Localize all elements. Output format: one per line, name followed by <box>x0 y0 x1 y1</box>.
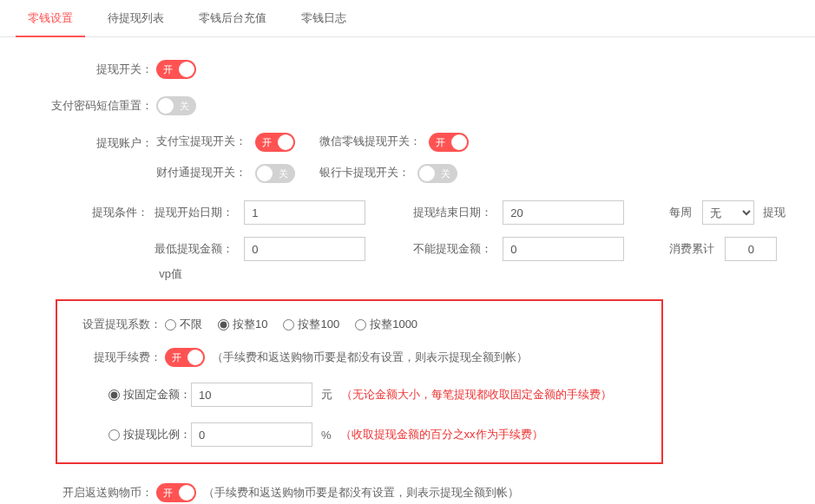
redbox: 设置提现系数： 不限 按整10 按整100 按整1000 提现手续费： 开 （手… <box>56 299 663 464</box>
toggle-knob <box>451 134 467 150</box>
label-withdraw-account: 提现账户： <box>17 133 156 151</box>
input-end-date[interactable] <box>503 200 624 225</box>
radio-label: 按提现比例： <box>123 427 191 442</box>
label-consume-sum: 消费累计 <box>669 241 714 257</box>
accounts-line2: 财付通提现开关： 关 银行卡提现开关： 关 <box>156 164 469 183</box>
tabs: 零钱设置 待提现列表 零钱后台充值 零钱日志 <box>0 0 815 37</box>
toggle-knob <box>158 98 174 114</box>
cond-line2: 最低提现金额： 不能提现金额： 消费累计 vp值 <box>152 237 798 282</box>
accounts-line1: 支付宝提现开关： 开 微信零钱提现开关： 开 <box>156 133 469 152</box>
radio-input[interactable] <box>165 319 176 331</box>
radio-input[interactable] <box>108 389 120 401</box>
row-coeff: 设置提现系数： 不限 按整10 按整100 按整1000 <box>69 317 649 332</box>
input-fee-fixed[interactable] <box>191 383 312 407</box>
toggle-knob <box>187 350 203 365</box>
toggle-wxwallet[interactable]: 开 <box>429 133 469 152</box>
toggle-text: 开 <box>163 60 173 79</box>
select-weekly[interactable]: 无 <box>702 200 754 225</box>
unit-fee-ratio: % <box>321 429 332 442</box>
label-end-date: 提现结束日期： <box>411 205 497 220</box>
toggle-text: 开 <box>262 133 272 152</box>
toggle-bankcard[interactable]: 关 <box>417 164 457 183</box>
row-fee-ratio: 按提现比例： % （收取提现金额的百分之xx作为手续费） <box>94 422 649 447</box>
toggle-paypwd-sms-reset[interactable]: 关 <box>156 96 196 115</box>
radio-input[interactable] <box>283 319 294 331</box>
acct-wxwallet: 微信零钱提现开关： 开 <box>319 133 470 152</box>
radio-fee-fixed[interactable]: 按固定金额： <box>94 387 191 403</box>
toggle-knob <box>257 166 273 181</box>
row-paypwd-sms-reset: 支付密码短信重置： 关 <box>17 96 798 115</box>
radio-coeff-10[interactable]: 按整10 <box>218 317 267 332</box>
unit-fee-fixed: 元 <box>321 387 332 403</box>
accounts-block: 支付宝提现开关： 开 微信零钱提现开关： 开 财付通提现开关： 关 银行卡提现开… <box>156 133 469 183</box>
label-coeff: 设置提现系数： <box>69 317 165 332</box>
toggle-knob <box>179 62 194 77</box>
toggle-withdraw-switch[interactable]: 开 <box>156 60 196 79</box>
cond-line1: 提现开始日期： 提现结束日期： 每周 无 提现 <box>152 200 798 225</box>
note-fee-fixed: （无论金额大小，每笔提现都收取固定金额的手续费） <box>341 387 612 403</box>
input-min-amount[interactable] <box>244 237 365 261</box>
radio-coeff-unlimited[interactable]: 不限 <box>165 317 202 332</box>
label-vp: vp值 <box>159 266 182 282</box>
toggle-alipay[interactable]: 开 <box>255 133 295 152</box>
label-weekly-suffix: 提现 <box>763 205 785 220</box>
radio-label: 按固定金额： <box>123 387 191 403</box>
radio-input[interactable] <box>218 319 229 331</box>
row-withdraw-account: 提现账户： 支付宝提现开关： 开 微信零钱提现开关： 开 财付通提现开关： 关 … <box>17 133 798 183</box>
row-withdraw-cond: 提现条件： 提现开始日期： 提现结束日期： 每周 无 提现 最低提现金额： 不能… <box>17 200 798 282</box>
toggle-text: 开 <box>436 133 445 152</box>
toggle-text: 关 <box>441 164 450 183</box>
label-paypwd-sms-reset: 支付密码短信重置： <box>17 98 156 114</box>
toggle-tenpay[interactable]: 关 <box>255 164 295 183</box>
input-fee-ratio[interactable] <box>191 422 312 447</box>
acct-alipay: 支付宝提现开关： 开 <box>156 133 295 152</box>
radio-coeff-1000[interactable]: 按整1000 <box>355 317 417 332</box>
note-fee: （手续费和返送购物币要是都没有设置，则表示提现全额到帐） <box>212 350 528 365</box>
radio-input[interactable] <box>108 429 120 441</box>
radio-group-coeff: 不限 按整10 按整100 按整1000 <box>165 317 417 332</box>
note-return-coin: （手续费和返送购物币要是都没有设置，则表示提现全额到帐） <box>203 485 519 501</box>
label-not-withdraw: 不能提现金额： <box>411 241 497 257</box>
radio-input[interactable] <box>355 319 366 331</box>
label-fee: 提现手续费： <box>69 350 165 365</box>
cond-block: 提现开始日期： 提现结束日期： 每周 无 提现 最低提现金额： 不能提现金额： … <box>152 200 798 282</box>
input-start-date[interactable] <box>244 200 365 225</box>
label-tenpay: 财付通提现开关： <box>156 166 246 179</box>
label-min-amount: 最低提现金额： <box>152 241 239 257</box>
label-withdraw-switch: 提现开关： <box>17 62 156 77</box>
tab-wallet-settings[interactable]: 零钱设置 <box>16 0 85 36</box>
toggle-knob <box>419 166 435 181</box>
toggle-text: 关 <box>279 164 288 183</box>
row-fee-switch: 提现手续费： 开 （手续费和返送购物币要是都没有设置，则表示提现全额到帐） <box>69 348 649 367</box>
radio-label: 不限 <box>180 317 202 332</box>
acct-bankcard: 银行卡提现开关： 关 <box>319 164 458 183</box>
toggle-fee[interactable]: 开 <box>165 348 205 367</box>
label-weekly: 每周 <box>669 205 692 220</box>
radio-label: 按整10 <box>233 317 267 332</box>
radio-label: 按整100 <box>298 317 339 332</box>
label-alipay: 支付宝提现开关： <box>156 134 246 147</box>
label-wxwallet: 微信零钱提现开关： <box>319 134 421 147</box>
label-withdraw-cond: 提现条件： <box>17 200 152 220</box>
input-consume-sum[interactable] <box>725 237 777 261</box>
acct-tenpay: 财付通提现开关： 关 <box>156 164 295 183</box>
toggle-text: 开 <box>172 348 181 367</box>
radio-fee-ratio[interactable]: 按提现比例： <box>94 427 191 442</box>
content: 提现开关： 开 支付密码短信重置： 关 提现账户： 支付宝提现开关： 开 微信零… <box>0 37 815 504</box>
tab-wallet-log[interactable]: 零钱日志 <box>289 0 358 36</box>
tab-pending-withdraw[interactable]: 待提现列表 <box>95 0 176 36</box>
label-return-coin: 开启返送购物币： <box>17 485 156 501</box>
row-withdraw-switch: 提现开关： 开 <box>17 60 798 79</box>
tab-backend-recharge[interactable]: 零钱后台充值 <box>187 0 279 36</box>
input-not-withdraw[interactable] <box>503 237 624 261</box>
toggle-knob <box>278 134 293 150</box>
label-start-date: 提现开始日期： <box>152 205 239 220</box>
note-fee-ratio: （收取提现金额的百分之xx作为手续费） <box>340 427 543 442</box>
toggle-text: 开 <box>163 483 173 502</box>
toggle-return-coin[interactable]: 开 <box>156 483 196 502</box>
radio-label: 按整1000 <box>370 317 417 332</box>
toggle-text: 关 <box>180 96 189 115</box>
radio-coeff-100[interactable]: 按整100 <box>283 317 339 332</box>
row-return-coin: 开启返送购物币： 开 （手续费和返送购物币要是都没有设置，则表示提现全额到帐） <box>17 483 798 502</box>
toggle-knob <box>179 485 194 501</box>
